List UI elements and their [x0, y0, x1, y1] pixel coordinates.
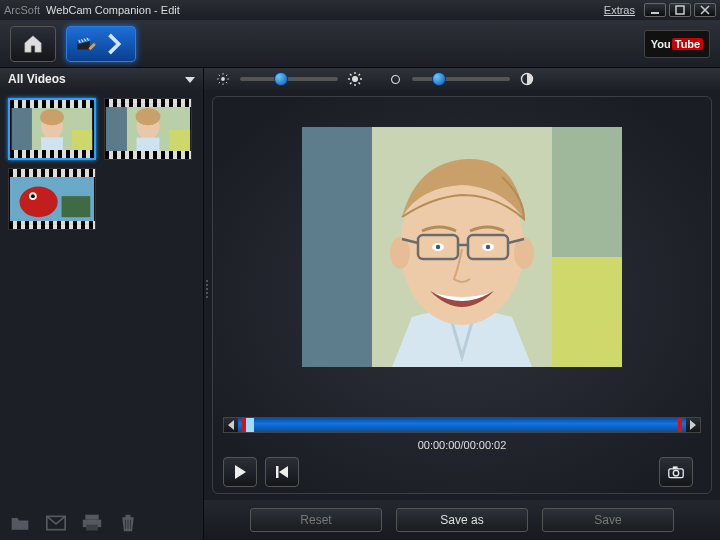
brightness-low-icon [216, 72, 230, 86]
edit-mode-button[interactable] [66, 26, 136, 62]
svg-point-25 [352, 76, 358, 82]
youtube-button[interactable]: You Tube [644, 30, 710, 58]
minimize-icon [650, 5, 660, 15]
svg-rect-11 [169, 130, 190, 151]
timecode-label: 00:00:00/00:00:02 [223, 439, 701, 451]
maximize-button[interactable] [669, 3, 691, 17]
brightness-knob[interactable] [274, 72, 288, 86]
svg-rect-21 [85, 515, 98, 520]
window-title: WebCam Companion - Edit [46, 4, 180, 16]
extras-link[interactable]: Extras [604, 4, 635, 16]
video-thumbnail[interactable] [104, 98, 192, 160]
home-button[interactable] [10, 26, 56, 62]
brightness-high-icon [348, 72, 362, 86]
sidebar: All Videos [0, 68, 204, 540]
titlebar: ArcSoft WebCam Companion - Edit Extras [0, 0, 720, 20]
trash-icon[interactable] [118, 514, 138, 532]
print-icon[interactable] [82, 514, 102, 532]
filter-label: All Videos [8, 72, 66, 86]
svg-rect-31 [552, 127, 622, 257]
video-preview[interactable] [302, 127, 622, 367]
chevron-down-icon [185, 72, 195, 86]
svg-point-24 [221, 77, 225, 81]
brightness-slider[interactable] [240, 77, 338, 81]
minimize-button[interactable] [644, 3, 666, 17]
adjustment-bar [204, 68, 720, 90]
trim-end-marker[interactable] [678, 418, 682, 432]
timeline-step-back-button[interactable] [224, 418, 238, 432]
youtube-tube-label: Tube [672, 38, 703, 50]
folder-open-icon[interactable] [10, 514, 30, 532]
content-panel: 00:00:00/00:00:02 Reset Save as [204, 68, 720, 540]
top-toolbar: You Tube [0, 20, 720, 68]
svg-rect-4 [12, 108, 32, 150]
svg-point-38 [436, 245, 440, 249]
thumbnail-image [10, 108, 94, 150]
email-icon[interactable] [46, 514, 66, 532]
close-button[interactable] [694, 3, 716, 17]
svg-rect-1 [676, 6, 684, 14]
brand-label: ArcSoft [4, 4, 40, 16]
play-button[interactable] [223, 457, 257, 487]
main-area: All Videos [0, 68, 720, 540]
svg-rect-19 [62, 196, 91, 217]
svg-point-40 [486, 245, 490, 249]
contrast-knob[interactable] [432, 72, 446, 86]
transport-controls [223, 457, 701, 487]
svg-point-26 [391, 75, 399, 83]
svg-rect-5 [72, 130, 92, 150]
chevron-right-icon [104, 33, 126, 55]
save-as-button[interactable]: Save as [396, 508, 528, 532]
sidebar-actions [0, 506, 203, 540]
splitter-handle[interactable] [204, 280, 210, 304]
svg-point-33 [390, 237, 410, 269]
contrast-high-icon [520, 72, 534, 86]
timeline-step-forward-button[interactable] [686, 418, 700, 432]
bottom-action-bar: Reset Save as Save [204, 500, 720, 540]
svg-rect-23 [86, 525, 98, 531]
svg-point-18 [31, 194, 35, 198]
youtube-you-label: You [651, 38, 671, 50]
camera-icon [668, 464, 684, 480]
svg-rect-43 [673, 466, 678, 468]
triangle-left-icon [227, 420, 235, 430]
maximize-icon [675, 5, 685, 15]
reset-button[interactable]: Reset [250, 508, 382, 532]
playhead[interactable] [246, 418, 254, 432]
timeline-track[interactable] [238, 418, 686, 432]
svg-rect-41 [276, 466, 279, 478]
timeline[interactable] [223, 417, 701, 433]
video-thumbnail[interactable] [8, 98, 96, 160]
go-to-start-button[interactable] [265, 457, 299, 487]
svg-point-44 [673, 470, 678, 475]
svg-point-16 [19, 187, 57, 218]
svg-point-7 [40, 109, 64, 125]
svg-rect-14 [137, 138, 160, 151]
thumbnail-image [9, 177, 95, 221]
close-icon [700, 5, 710, 15]
play-icon [232, 464, 248, 480]
svg-rect-29 [302, 127, 372, 367]
svg-rect-8 [41, 137, 63, 150]
contrast-low-icon [388, 72, 402, 86]
svg-rect-10 [106, 107, 127, 151]
filter-dropdown[interactable]: All Videos [0, 68, 203, 90]
save-button[interactable]: Save [542, 508, 674, 532]
thumbnail-image [105, 107, 191, 151]
preview-frame-image [302, 127, 622, 367]
thumbnail-grid [0, 90, 203, 506]
snapshot-button[interactable] [659, 457, 693, 487]
triangle-right-icon [689, 420, 697, 430]
contrast-slider[interactable] [412, 77, 510, 81]
svg-rect-30 [552, 257, 622, 367]
clapper-edit-icon [76, 33, 98, 55]
home-icon [22, 33, 44, 55]
video-thumbnail[interactable] [8, 168, 96, 230]
svg-rect-0 [651, 12, 659, 14]
timeline-area: 00:00:00/00:00:02 [223, 417, 701, 487]
skip-start-icon [274, 464, 290, 480]
preview-stage: 00:00:00/00:00:02 [212, 96, 712, 494]
svg-point-13 [136, 108, 161, 125]
